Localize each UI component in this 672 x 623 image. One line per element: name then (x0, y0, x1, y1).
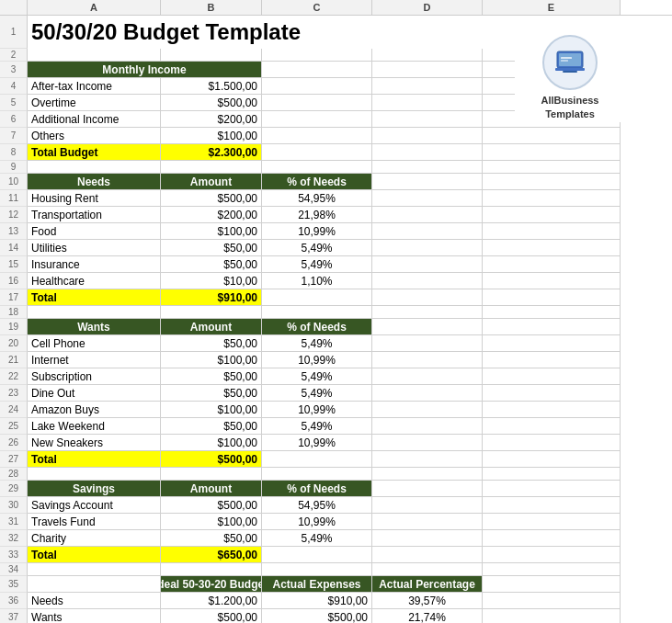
data3-label: Lake Weekend (28, 418, 161, 435)
svg-rect-2 (555, 68, 585, 71)
section-header-c: % of Needs (262, 174, 372, 190)
empty-cell (372, 468, 483, 481)
data-empty (262, 95, 372, 111)
header3-empty (372, 174, 483, 190)
table-row: 13Food$100,0010,99% (0, 223, 672, 240)
row-number: 16 (0, 273, 28, 289)
data3-empty (483, 335, 621, 352)
data3-percent: 5,49% (262, 385, 372, 402)
table-row: 26New Sneakers$100,0010,99% (0, 435, 672, 451)
header4-d: Actual Percentage (372, 576, 483, 593)
empty-cell (28, 468, 161, 481)
row-number: 24 (0, 402, 28, 418)
row-number: 26 (0, 435, 28, 451)
empty-cell (262, 161, 372, 174)
row-number: 30 (0, 497, 28, 514)
data3-empty (483, 190, 621, 207)
total3-empty (483, 289, 621, 306)
data3-empty (483, 352, 621, 368)
data-empty (372, 111, 483, 128)
data-label: Others (28, 128, 161, 144)
data3-empty (483, 240, 621, 256)
table-row: 8Total Budget$2.300,00 (0, 144, 672, 161)
table-row: 9 (0, 161, 672, 174)
data3-label: Housing Rent (28, 190, 161, 207)
data3-label: Amazon Buys (28, 402, 161, 418)
row-number-header (0, 0, 28, 15)
row-number: 34 (0, 563, 28, 576)
empty-cell (28, 563, 161, 576)
total3-empty (372, 547, 483, 563)
logo-circle (542, 35, 598, 90)
header3-empty (372, 481, 483, 497)
section-header-a: Savings (28, 481, 161, 497)
header4-e (483, 576, 621, 593)
total3-empty (372, 289, 483, 306)
row-number: 12 (0, 207, 28, 223)
section-header-b: Amount (161, 481, 262, 497)
data3-amount: $50,00 (161, 240, 262, 256)
total3-label: Total (28, 289, 161, 306)
data3-empty (372, 418, 483, 435)
total-empty (372, 144, 483, 161)
total-label: Total Budget (28, 144, 161, 161)
row-number: 23 (0, 385, 28, 402)
data3-empty (483, 368, 621, 385)
data4-ideal: $500,00 (161, 609, 262, 623)
total3-value: $910,00 (161, 289, 262, 306)
empty-cell (28, 306, 161, 319)
row-number: 11 (0, 190, 28, 207)
header3-empty (483, 174, 621, 190)
row-number: 32 (0, 530, 28, 547)
data-empty (262, 78, 372, 95)
total3-value: $500,00 (161, 451, 262, 468)
data3-amount: $100,00 (161, 514, 262, 530)
table-row: 19WantsAmount% of Needs (0, 319, 672, 335)
header-empty (372, 62, 483, 78)
empty-cell (372, 306, 483, 319)
data3-empty (372, 530, 483, 547)
data3-empty (372, 385, 483, 402)
empty-cell (262, 468, 372, 481)
data3-percent: 10,99% (262, 435, 372, 451)
table-row: 15Insurance$50,005,49% (0, 256, 672, 273)
row-number: 27 (0, 451, 28, 468)
row-number: 19 (0, 319, 28, 335)
data3-amount: $100,00 (161, 352, 262, 368)
row-number: 10 (0, 174, 28, 190)
table-row: 34 (0, 563, 672, 576)
data3-label: Subscription (28, 368, 161, 385)
row-number: 8 (0, 144, 28, 161)
data3-empty (372, 223, 483, 240)
data3-empty (483, 514, 621, 530)
total-empty (262, 144, 372, 161)
header-empty (262, 62, 372, 78)
total3-empty (262, 547, 372, 563)
section-header-a: Wants (28, 319, 161, 335)
data3-empty (483, 435, 621, 451)
data3-percent: 5,49% (262, 335, 372, 352)
data3-label: Travels Fund (28, 514, 161, 530)
data3-amount: $100,00 (161, 435, 262, 451)
data3-percent: 10,99% (262, 223, 372, 240)
total-value: $2.300,00 (161, 144, 262, 161)
data3-percent: 5,49% (262, 368, 372, 385)
data3-percent: 5,49% (262, 240, 372, 256)
svg-rect-5 (561, 60, 568, 62)
data3-empty (372, 514, 483, 530)
col-header-e: E (483, 0, 621, 15)
empty-cell (262, 49, 372, 62)
row-number: 31 (0, 514, 28, 530)
data3-empty (483, 418, 621, 435)
table-row: 23Dine Out$50,005,49% (0, 385, 672, 402)
header4-c: Actual Expenses (262, 576, 372, 593)
data-empty (262, 111, 372, 128)
header4-empty-a (28, 576, 161, 593)
data4-actual: $910,00 (262, 593, 372, 609)
data3-empty (372, 368, 483, 385)
table-row: 11Housing Rent$500,0054,95% (0, 190, 672, 207)
empty-cell (28, 49, 161, 62)
data4-empty (483, 609, 621, 623)
col-header-b: B (161, 0, 262, 15)
data3-amount: $50,00 (161, 385, 262, 402)
